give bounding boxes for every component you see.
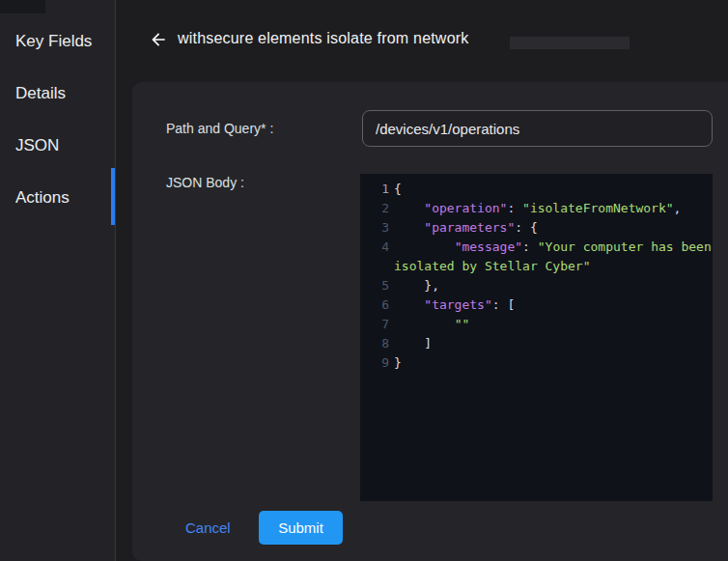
code-text: "targets": [ — [394, 295, 515, 315]
active-tab-indicator — [111, 168, 115, 225]
code-text: { — [394, 180, 402, 199]
code-text: "" — [394, 315, 469, 334]
editor-line: 9} — [360, 353, 713, 373]
back-button[interactable] — [147, 28, 170, 51]
action-form-card: Path and Query* : JSON Body : 1{2 "opera… — [132, 82, 728, 561]
editor-line: 6 "targets": [ — [360, 295, 713, 315]
editor-line: 1{ — [360, 180, 713, 199]
line-number: 6 — [360, 295, 394, 315]
line-number: 8 — [360, 334, 394, 353]
line-number: 5 — [360, 276, 394, 295]
sidebar-item-key-fields[interactable]: Key Fields — [0, 15, 115, 68]
line-number: 2 — [360, 199, 394, 218]
submit-button[interactable]: Submit — [259, 511, 343, 545]
editor-line: 2 "operation": "isolateFromNetwork", — [360, 199, 713, 218]
code-text: isolated by Stellar Cyber" — [394, 257, 591, 276]
sidebar-item-json[interactable]: JSON — [0, 120, 115, 172]
page-title: withsecure elements isolate from network — [178, 30, 468, 47]
code-text: "parameters": { — [394, 218, 538, 238]
line-number — [360, 257, 394, 276]
json-body-editor[interactable]: 1{2 "operation": "isolateFromNetwork",3 … — [360, 174, 713, 501]
line-number: 9 — [360, 353, 394, 373]
editor-line: 4 "message": "Your computer has been — [360, 238, 713, 257]
redacted-logo-area — [0, 0, 45, 14]
editor-line: isolated by Stellar Cyber" — [360, 257, 713, 276]
line-number: 3 — [360, 218, 394, 238]
sidebar-item-details[interactable]: Details — [0, 68, 115, 120]
json-body-label: JSON Body : — [166, 175, 244, 190]
line-number: 7 — [360, 315, 394, 334]
sidebar-item-actions[interactable]: Actions — [0, 172, 115, 224]
line-number: 1 — [360, 180, 394, 199]
header: withsecure elements isolate from network — [116, 0, 728, 82]
cancel-button[interactable]: Cancel — [185, 511, 231, 545]
code-text: } — [394, 353, 402, 373]
sidebar: Key Fields Details JSON Actions — [0, 0, 116, 561]
path-and-query-label: Path and Query* : — [166, 121, 273, 136]
app-window: Key Fields Details JSON Actions withsecu… — [0, 0, 728, 561]
editor-line: 3 "parameters": { — [360, 218, 713, 238]
editor-line: 8 ] — [360, 334, 713, 353]
json-editor-lines: 1{2 "operation": "isolateFromNetwork",3 … — [360, 180, 713, 373]
editor-line: 5 }, — [360, 276, 713, 295]
arrow-left-icon — [149, 30, 168, 49]
code-text: }, — [394, 276, 439, 295]
sidebar-nav: Key Fields Details JSON Actions — [0, 15, 115, 224]
editor-line: 7 "" — [360, 315, 713, 334]
line-number: 4 — [360, 238, 394, 257]
code-text: ] — [394, 334, 432, 353]
path-and-query-input[interactable] — [362, 110, 713, 147]
code-text: "operation": "isolateFromNetwork", — [394, 199, 681, 218]
redacted-title-suffix — [510, 37, 630, 49]
code-text: "message": "Your computer has been — [394, 238, 712, 257]
